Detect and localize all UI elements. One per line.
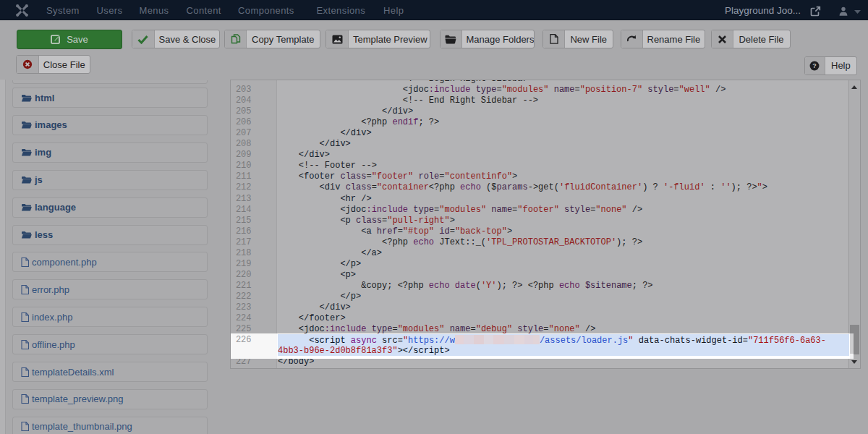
svg-text:?: ? [813, 62, 817, 69]
